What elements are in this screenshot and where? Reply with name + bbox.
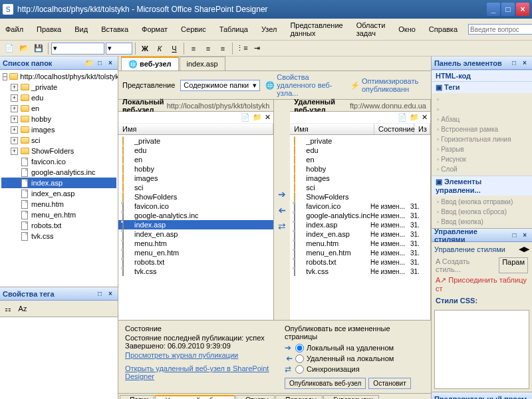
file-row[interactable]: en (290, 155, 430, 164)
bottom-tab[interactable]: ▫ Гиперссылки (323, 395, 379, 399)
file-row[interactable]: ShowFolders (290, 192, 430, 201)
delete-icon[interactable]: ✕ (265, 113, 271, 122)
log-link[interactable]: Просмотреть журнал публикации (125, 351, 238, 359)
file-row[interactable]: index.asp (118, 220, 273, 229)
radio-remote-to-local[interactable]: ➔ Удаленный на локальном (285, 354, 424, 363)
props-sort-icon[interactable]: ⚏ (1, 302, 15, 315)
styles-manage-tab[interactable]: Управление стилями (434, 245, 505, 253)
file-row[interactable]: menu_en.htm (118, 248, 273, 257)
file-row[interactable]: favicon.icoНе измен...31. (290, 201, 430, 211)
menu-view[interactable]: Вид (72, 24, 90, 35)
tree-item[interactable]: +hobby (1, 114, 116, 124)
menu-taskpanes[interactable]: Области задач (354, 20, 388, 39)
remote-refresh-icon[interactable]: 📄 (398, 113, 407, 122)
menu-window[interactable]: Окно (396, 24, 418, 35)
bottom-tab[interactable]: ▫ Отчеты (235, 395, 275, 399)
rcol-name[interactable]: Имя (290, 124, 374, 134)
menu-table[interactable]: Таблица (217, 24, 251, 35)
publish-button[interactable]: Опубликовать веб-узел (285, 378, 366, 389)
open-button[interactable]: 📂 (17, 42, 31, 55)
tree-item[interactable]: +sci (1, 135, 116, 146)
file-row[interactable]: tvk.css (118, 267, 273, 276)
pane-menu-icon[interactable]: □ (95, 59, 104, 68)
folder-tree[interactable]: − http://localhost/phys/kkt/tolstykh +_p… (0, 70, 118, 287)
question-input[interactable] (468, 24, 532, 35)
remote-delete-icon[interactable]: ✕ (422, 113, 428, 122)
tree-root[interactable]: − http://localhost/phys/kkt/tolstykh (1, 71, 116, 82)
file-row[interactable]: favicon.ico (118, 201, 273, 211)
font-combo[interactable]: ▾ (51, 43, 104, 55)
rcol-state[interactable]: Состояние (374, 124, 414, 134)
file-row[interactable]: sci (290, 183, 430, 192)
menu-data[interactable]: Представление данных (287, 20, 345, 39)
file-row[interactable]: edu (290, 146, 430, 155)
new-folder-icon[interactable]: 📁 (84, 59, 94, 68)
file-row[interactable]: _private (290, 136, 430, 146)
underline-button[interactable]: Ч (168, 42, 181, 55)
toolbox-controls-section[interactable]: ▣ Элементы управлени... (432, 176, 532, 196)
tree-item[interactable]: menu_en.htm (1, 209, 116, 220)
file-row[interactable]: robots.txt (118, 257, 273, 267)
menu-format[interactable]: Формат (139, 24, 170, 35)
toolbox-item[interactable]: ▫ Слой (433, 164, 531, 174)
toolbox-item[interactable]: ▫ Горизонтальная линия (433, 134, 531, 144)
toolbox-item[interactable]: ▫ Рисунок (433, 154, 531, 164)
tree-item[interactable]: +images (1, 124, 116, 135)
align-center-button[interactable]: ≡ (201, 42, 215, 55)
file-row[interactable]: hobby (118, 164, 273, 174)
document-tab[interactable]: index.asp (180, 57, 225, 70)
toolbox-menu-icon[interactable]: □ (509, 59, 519, 68)
menu-tools[interactable]: Сервис (178, 24, 209, 35)
toolbox-item[interactable]: ▫ Ввод (кнопка отправки) (433, 197, 531, 207)
file-row[interactable]: images (118, 174, 273, 183)
push-right-button[interactable]: ➔ (277, 189, 287, 200)
menu-edit[interactable]: Правка (34, 24, 64, 35)
tree-item[interactable]: tvk.css (1, 231, 116, 241)
italic-button[interactable]: К (153, 42, 166, 55)
file-row[interactable]: sci (118, 183, 273, 192)
push-left-button[interactable]: ➔ (277, 205, 287, 215)
file-row[interactable]: google-analytics.incНе измен...31. (290, 211, 430, 220)
menu-node[interactable]: Узел (259, 24, 279, 35)
close-button[interactable]: × (516, 3, 529, 16)
file-row[interactable]: robots.txtНе измен...31. (290, 257, 430, 267)
props-alpha-icon[interactable]: Az (16, 302, 29, 315)
align-left-button[interactable]: ≡ (187, 42, 200, 55)
bold-button[interactable]: Ж (138, 42, 152, 55)
file-row[interactable]: en (118, 155, 273, 164)
create-style-link[interactable]: A Создать стиль... (436, 257, 496, 273)
document-tab[interactable]: 🌐 веб-узел (121, 57, 179, 70)
styles-close-icon[interactable]: × (520, 231, 529, 240)
file-row[interactable]: menu.htm (118, 239, 273, 248)
menu-insert[interactable]: Вставка (98, 24, 131, 35)
file-row[interactable]: _private (118, 136, 273, 146)
new-button[interactable]: 📄 (3, 42, 16, 55)
tree-item[interactable]: +en (1, 103, 116, 114)
optimize-link[interactable]: ⚡ Оптимизировать опубликованн (350, 77, 427, 93)
file-row[interactable]: tvk.cssНе измен...31. (290, 267, 430, 276)
remote-up-icon[interactable]: 📁 (410, 113, 419, 122)
file-row[interactable]: menu_en.htmНе измен...31. (290, 248, 430, 257)
radio-local-to-remote[interactable]: ➔ Локальный на удаленном (285, 343, 424, 352)
tree-item[interactable]: +ShowFolders (1, 146, 116, 156)
attach-css-link[interactable]: A↗ Присоединить таблицу ст (436, 276, 527, 293)
params-button[interactable]: Парам (499, 257, 528, 273)
file-row[interactable]: index_en.asp (118, 229, 273, 239)
sync-button[interactable]: ⇄ (277, 221, 287, 231)
file-row[interactable]: ShowFolders (118, 192, 273, 201)
openremote-link[interactable]: Открыть удаленный веб-узел в SharePoint … (125, 364, 285, 380)
bullets-button[interactable]: ⋮≡ (235, 42, 249, 55)
col-name[interactable]: Имя (118, 124, 273, 134)
tree-item[interactable]: +_private (1, 82, 116, 92)
bottom-tab[interactable]: ▫ Папки (120, 395, 154, 399)
bottom-tab[interactable]: ▫ Переходы (275, 395, 323, 399)
tree-item[interactable]: index_en.asp (1, 188, 116, 199)
tree-item[interactable]: favicon.ico (1, 156, 116, 167)
indent-button[interactable]: ⇥ (250, 42, 263, 55)
file-row[interactable]: google-analytics.inc (118, 211, 273, 220)
tree-item[interactable]: robots.txt (1, 220, 116, 231)
toolbox-item[interactable]: ▫ Ввод (кнопка) (433, 217, 531, 227)
view-combo[interactable]: Содержимое папки▾ (180, 80, 260, 91)
toolbox-item[interactable]: ▫ (433, 104, 531, 114)
toolbox-html-section[interactable]: HTML-код (432, 70, 532, 81)
